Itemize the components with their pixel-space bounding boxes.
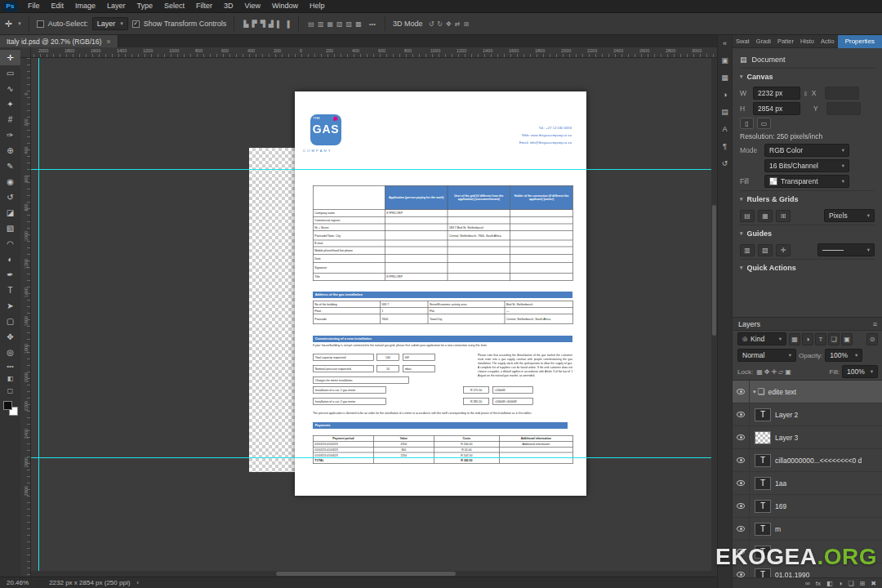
- fill-field[interactable]: 100% ▾: [842, 365, 878, 378]
- lock-guides-button[interactable]: ▧: [758, 244, 773, 256]
- mode-3d-button-1[interactable]: ↻: [435, 20, 444, 28]
- edit-toolbar-icon[interactable]: •••: [0, 360, 20, 372]
- layer-row[interactable]: Tcilla0000000...<<<<<<<<0 d: [733, 449, 882, 472]
- menu-file[interactable]: File: [22, 0, 46, 12]
- align-button-0[interactable]: ▙: [242, 20, 250, 28]
- canvas-fill-dropdown[interactable]: Transparent ▾: [764, 175, 849, 188]
- layer-filter-button-0[interactable]: ▦: [789, 333, 800, 345]
- distribute-button-1[interactable]: ▥: [316, 20, 326, 28]
- layer-effects-icon[interactable]: fx: [816, 580, 821, 587]
- lock-button-4[interactable]: ▣: [784, 368, 792, 376]
- auto-select-target-dropdown[interactable]: Layer ▾: [92, 17, 128, 30]
- panel-tab-patter[interactable]: Patter: [774, 35, 797, 48]
- libraries-panel-icon[interactable]: ▤: [721, 108, 728, 116]
- color-swatches[interactable]: [3, 401, 18, 416]
- color-mode-dropdown[interactable]: RGB Color ▾: [764, 144, 849, 157]
- menu-help[interactable]: Help: [304, 0, 331, 12]
- toggle-guides-button[interactable]: ▥: [740, 244, 755, 256]
- screen-mode-icon[interactable]: ▢: [0, 385, 20, 397]
- layer-row[interactable]: Tm: [733, 518, 882, 541]
- toggle-rulers-button[interactable]: ▤: [740, 210, 755, 222]
- align-button-3[interactable]: ▟: [267, 20, 275, 28]
- swatches-panel-icon[interactable]: ▦: [721, 74, 728, 82]
- menu-edit[interactable]: Edit: [46, 0, 70, 12]
- layer-mask-icon[interactable]: ◧: [826, 580, 833, 587]
- adjustments-panel-icon[interactable]: ◑: [723, 91, 727, 99]
- blur-tool[interactable]: ◠: [0, 236, 20, 252]
- menu-3d[interactable]: 3D: [218, 0, 239, 12]
- capacity-field-value[interactable]: 140: [376, 354, 399, 361]
- guide-style-dropdown[interactable]: ▾: [817, 243, 875, 256]
- canvas-area[interactable]: THE GAS COMPANY Tel.: +27 12 030 0333Web…: [31, 58, 717, 577]
- scrollbar-thumb[interactable]: [276, 572, 456, 576]
- layer-row[interactable]: T1aa: [733, 472, 882, 495]
- path-selection-tool[interactable]: ➤: [0, 298, 20, 314]
- layer-row[interactable]: TLayer 2: [733, 403, 882, 426]
- more-align-options-button[interactable]: •••: [368, 20, 377, 28]
- foreground-color-swatch[interactable]: [3, 401, 12, 410]
- panel-tab-histo[interactable]: Histo: [797, 35, 817, 48]
- vertical-ruler[interactable]: 0200400600800100012001400160018002000220…: [20, 58, 31, 577]
- horizontal-guide[interactable]: [31, 169, 717, 170]
- chevron-down-icon[interactable]: ▾: [18, 20, 21, 27]
- paragraph-panel-icon[interactable]: ¶: [723, 142, 727, 150]
- zoom-level-field[interactable]: 20.46%: [7, 579, 29, 586]
- menu-window[interactable]: Window: [266, 0, 304, 12]
- document-page[interactable]: THE GAS COMPANY Tel.: +27 12 030 0333Web…: [295, 91, 586, 496]
- distribute-button-3[interactable]: ▧: [335, 20, 345, 28]
- link-dimensions-icon[interactable]: ∞: [802, 91, 809, 96]
- mode-3d-button-3[interactable]: ⇄: [453, 20, 462, 28]
- visibility-toggle[interactable]: [733, 518, 750, 540]
- layer-filter-button-4[interactable]: ▣: [841, 333, 853, 345]
- menu-filter[interactable]: Filter: [190, 0, 218, 12]
- hand-tool[interactable]: ✥: [0, 329, 20, 345]
- crop-tool[interactable]: #: [0, 112, 20, 127]
- layer-filter-dropdown[interactable]: ◎ Kind ▾: [737, 332, 786, 345]
- collapse-panels-icon[interactable]: «: [723, 39, 727, 47]
- move-tool[interactable]: ✛: [0, 50, 20, 65]
- panel-tab-swat[interactable]: Swat: [733, 35, 753, 48]
- opacity-field[interactable]: 100% ▾: [825, 349, 862, 362]
- layer-filter-button-2[interactable]: T: [815, 333, 826, 345]
- delete-layer-icon[interactable]: ✖: [871, 580, 876, 587]
- link-layers-icon[interactable]: ∞: [805, 580, 810, 587]
- horizontal-scrollbar[interactable]: [31, 571, 711, 577]
- menu-view[interactable]: View: [239, 0, 266, 12]
- type-tool[interactable]: T: [0, 283, 20, 298]
- quick-mask-icon[interactable]: ◧: [0, 372, 20, 385]
- layer-row[interactable]: Layer 3: [733, 426, 882, 449]
- healing-brush-tool[interactable]: ⊕: [0, 143, 20, 158]
- chevron-right-icon[interactable]: ›: [136, 579, 139, 586]
- canvas-width-field[interactable]: 2232 px: [753, 87, 800, 100]
- canvas-height-field[interactable]: 2854 px: [753, 102, 800, 115]
- eraser-tool[interactable]: ◪: [0, 205, 20, 220]
- lasso-tool[interactable]: ∿: [0, 81, 20, 96]
- pen-tool[interactable]: ✒: [0, 267, 20, 283]
- layer-row[interactable]: ▾❏edite text: [733, 381, 882, 403]
- align-button-1[interactable]: ▛: [251, 20, 259, 28]
- dodge-tool[interactable]: ◐: [0, 252, 20, 267]
- mode-3d-button-2[interactable]: ✥: [444, 20, 453, 28]
- visibility-toggle[interactable]: [733, 381, 750, 403]
- chevron-down-icon[interactable]: ▾: [753, 389, 756, 395]
- brush-tool[interactable]: ✎: [0, 158, 20, 174]
- lock-button-2[interactable]: ✛: [770, 368, 777, 376]
- tab-properties[interactable]: Properties: [838, 35, 882, 48]
- visibility-toggle[interactable]: [733, 449, 750, 471]
- distribute-button-0[interactable]: ▤: [306, 20, 316, 28]
- layer-filter-button-1[interactable]: ◑: [802, 333, 813, 345]
- panel-tab-gradi[interactable]: Gradi: [753, 35, 774, 48]
- menu-select[interactable]: Select: [158, 0, 190, 12]
- snap-button[interactable]: ⊞: [776, 210, 791, 222]
- menu-image[interactable]: Image: [69, 0, 101, 12]
- marquee-tool[interactable]: ▭: [0, 65, 20, 81]
- visibility-toggle[interactable]: [733, 495, 750, 517]
- scrollbar-thumb[interactable]: [712, 205, 716, 336]
- toggle-grid-button[interactable]: ▦: [758, 210, 773, 222]
- character-panel-icon[interactable]: A: [722, 125, 727, 133]
- color-panel-icon[interactable]: ▣: [721, 56, 728, 65]
- new-layer-icon[interactable]: ⊞: [860, 580, 866, 587]
- quick-actions-section-header[interactable]: ▾ Quick Actions: [740, 259, 875, 275]
- align-button-2[interactable]: ▜: [259, 20, 267, 28]
- horizontal-guide[interactable]: [31, 457, 717, 458]
